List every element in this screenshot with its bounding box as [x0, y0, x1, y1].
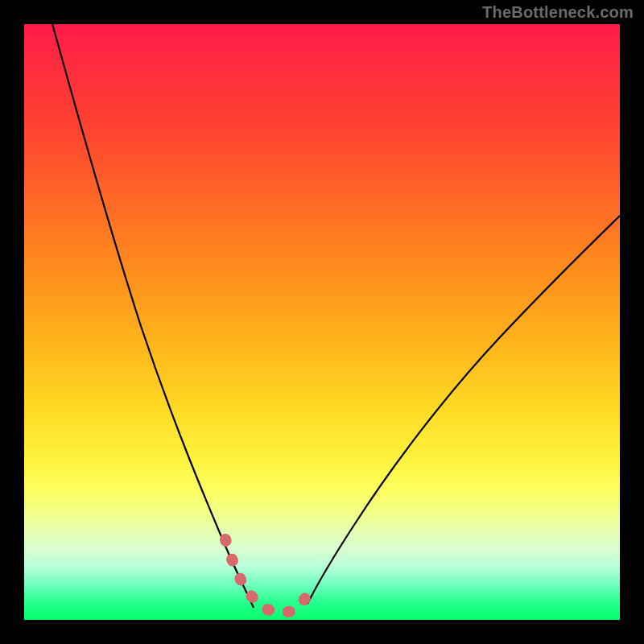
watermark-text: TheBottleneck.com	[482, 3, 634, 22]
bottom-dashed-connector	[225, 539, 311, 613]
plot-area	[24, 24, 620, 620]
curve-overlay	[24, 24, 620, 620]
chart-frame: TheBottleneck.com	[0, 0, 644, 644]
curve-right-branch	[308, 216, 620, 604]
curve-left-branch	[52, 24, 254, 608]
